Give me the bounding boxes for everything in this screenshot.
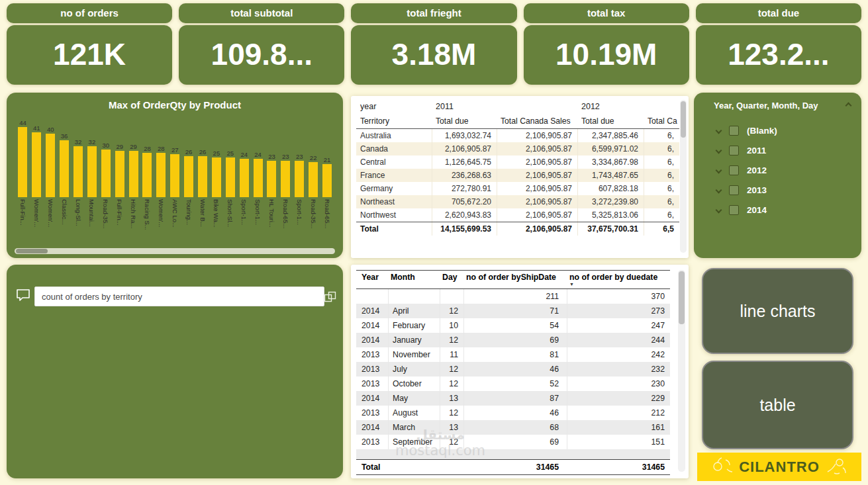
matrix-year-group-2012[interactable]: 2012 bbox=[577, 99, 679, 114]
table-row[interactable]: 211370 bbox=[356, 289, 670, 304]
matrix-col-total-canada-sales[interactable]: Total Canada Sales bbox=[497, 114, 577, 128]
matrix-row[interactable]: Germany272,780.912,106,905.87607,828.186… bbox=[356, 182, 679, 195]
table-total-cell: Total bbox=[356, 460, 388, 474]
matrix-row[interactable]: Northwest2,620,943.832,106,905.875,325,8… bbox=[356, 208, 679, 222]
chart-title: Max of OrderQty by Product bbox=[7, 93, 343, 110]
table-row[interactable]: 2014March1368161 bbox=[356, 420, 670, 435]
matrix-row[interactable]: Northeast705,672.202,106,905.873,272,239… bbox=[356, 195, 679, 208]
matrix-row[interactable]: Australia1,693,032.742,106,905.872,347,8… bbox=[356, 129, 679, 142]
bar[interactable] bbox=[212, 157, 221, 197]
table-row[interactable]: 2013August1246212 bbox=[356, 406, 670, 420]
matrix-col-total-due-2011[interactable]: Total due bbox=[432, 114, 497, 128]
slicer-item-2014[interactable]: 2014 bbox=[716, 200, 856, 220]
table-row[interactable]: 2014April1271273 bbox=[356, 304, 670, 318]
table-row[interactable]: 2013October1252230 bbox=[356, 376, 670, 391]
bar[interactable] bbox=[60, 140, 69, 197]
bar[interactable] bbox=[281, 161, 290, 197]
slicer-item-2011[interactable]: 2011 bbox=[716, 140, 856, 160]
matrix-col-territory[interactable]: Territory bbox=[356, 114, 432, 128]
horizontal-scrollbar[interactable] bbox=[15, 248, 335, 254]
bar[interactable] bbox=[87, 146, 97, 197]
bar-stack: 24 bbox=[240, 118, 249, 197]
table-row[interactable]: 2014February1054247 bbox=[356, 318, 670, 333]
matrix-col-total-due-2012[interactable]: Total due bbox=[577, 114, 644, 128]
bar-column: 27AWC Lo... bbox=[168, 118, 182, 242]
matrix-row[interactable]: Canada2,106,905.872,106,905.876,599,971.… bbox=[356, 142, 679, 155]
bar[interactable] bbox=[129, 151, 138, 197]
matrix-row[interactable]: France236,268.632,106,905.871,743,487.65… bbox=[356, 169, 679, 182]
bar[interactable] bbox=[240, 159, 249, 197]
bar-value-label: 32 bbox=[75, 138, 82, 146]
table-header-3[interactable]: no of order byShipDate bbox=[463, 271, 567, 283]
checkbox[interactable] bbox=[729, 165, 739, 175]
matrix-vertical-scrollbar[interactable] bbox=[680, 100, 687, 253]
matrix-year-group-2011[interactable]: 2011 bbox=[432, 99, 577, 114]
line-charts-button[interactable]: line charts bbox=[702, 268, 853, 354]
chevron-down-icon[interactable] bbox=[716, 127, 722, 134]
bar-column: 23HL Touri... bbox=[265, 118, 279, 242]
table-row[interactable]: 2013July1246232 bbox=[356, 362, 670, 376]
bar[interactable] bbox=[170, 154, 179, 197]
chevron-down-icon[interactable] bbox=[716, 187, 722, 193]
horizontal-scrollbar-thumb[interactable] bbox=[16, 249, 48, 253]
bar-value-label: 30 bbox=[102, 142, 109, 149]
table-row[interactable]: 2013September1269151 bbox=[356, 435, 670, 449]
table-scrollbar-thumb[interactable] bbox=[679, 271, 685, 324]
checkbox[interactable] bbox=[729, 126, 739, 136]
bar[interactable] bbox=[309, 162, 318, 197]
matrix-corner-label: year bbox=[356, 99, 432, 114]
bar[interactable] bbox=[267, 161, 276, 197]
checkbox[interactable] bbox=[729, 146, 739, 155]
bar-value-label: 29 bbox=[130, 143, 137, 150]
table-header-0[interactable]: Year bbox=[356, 271, 388, 283]
slicer-item-2013[interactable]: 2013 bbox=[716, 180, 856, 200]
table-cell: August bbox=[388, 406, 440, 420]
bar[interactable] bbox=[254, 159, 263, 197]
matrix-scrollbar-thumb[interactable] bbox=[681, 101, 686, 138]
table-cell bbox=[356, 289, 388, 304]
bar[interactable] bbox=[198, 156, 207, 197]
table-row[interactable]: 2013November1181242 bbox=[356, 347, 670, 362]
bar[interactable] bbox=[115, 151, 124, 197]
convert-to-visual-icon[interactable] bbox=[324, 291, 336, 305]
bar[interactable] bbox=[226, 157, 235, 197]
matrix-cell: 2,106,905.87 bbox=[497, 195, 577, 208]
table-header-label: no of order by duedate bbox=[569, 273, 667, 282]
matrix-col-total-ca[interactable]: Total Ca bbox=[644, 114, 679, 128]
matrix-cell: 6, bbox=[644, 155, 679, 169]
checkbox[interactable] bbox=[729, 205, 739, 215]
bar-category-label: Sport-1... bbox=[296, 199, 303, 240]
table-header-4[interactable]: no of order by duedate▼ bbox=[567, 271, 670, 288]
table-button[interactable]: table bbox=[702, 361, 853, 449]
table-header-2[interactable]: Day bbox=[440, 271, 463, 283]
bar[interactable] bbox=[142, 153, 152, 197]
bar[interactable] bbox=[295, 161, 304, 197]
chevron-down-icon[interactable] bbox=[716, 206, 722, 213]
kpi-card: total due123.2... bbox=[696, 3, 861, 85]
table-cell: November bbox=[388, 347, 440, 362]
matrix-row[interactable]: Central1,126,645.752,106,905.873,334,867… bbox=[356, 155, 679, 169]
table-cell: 12 bbox=[440, 333, 463, 347]
bar-value-label: 23 bbox=[282, 153, 289, 160]
slicer-item-blank[interactable]: (Blank) bbox=[716, 120, 856, 140]
bar[interactable] bbox=[101, 150, 111, 197]
slicer-item-2012[interactable]: 2012 bbox=[716, 160, 856, 180]
bar[interactable] bbox=[184, 156, 193, 197]
bar[interactable] bbox=[46, 134, 55, 197]
table-row[interactable]: 2014May1387229 bbox=[356, 391, 670, 406]
table-vertical-scrollbar[interactable] bbox=[678, 270, 685, 472]
chevron-down-icon[interactable] bbox=[716, 147, 722, 154]
bar[interactable] bbox=[32, 132, 41, 197]
chevron-up-icon[interactable] bbox=[845, 103, 852, 109]
matrix-cell: 6, bbox=[644, 169, 679, 182]
bar[interactable] bbox=[18, 127, 27, 197]
checkbox[interactable] bbox=[729, 185, 739, 195]
bar[interactable] bbox=[156, 153, 166, 197]
bar-value-label: 24 bbox=[240, 151, 248, 158]
bar[interactable] bbox=[322, 164, 332, 197]
chevron-down-icon[interactable] bbox=[716, 167, 722, 173]
qa-question-input[interactable] bbox=[34, 287, 324, 306]
table-header-1[interactable]: Month bbox=[388, 271, 440, 283]
bar[interactable] bbox=[73, 146, 83, 197]
table-row[interactable]: 2014January1269244 bbox=[356, 333, 670, 347]
